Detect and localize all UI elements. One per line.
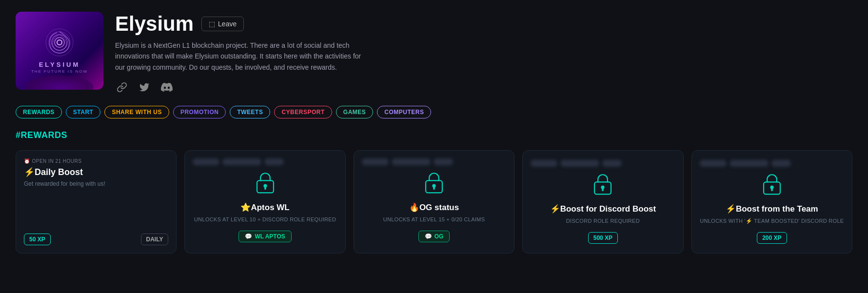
blurred-pill <box>771 160 791 167</box>
logo-planet-decoration <box>25 75 94 90</box>
section-title: #REWARDS <box>16 130 852 140</box>
blurred-pill <box>700 160 727 167</box>
blurred-top <box>531 160 675 167</box>
xp-badge: 200 XP <box>757 232 787 244</box>
page-container: ELYSIUM THE FUTURE IS NOW Elysium ⬚ Leav… <box>0 0 868 265</box>
blurred-pill <box>264 158 284 165</box>
card-subtitle: UNLOCKS AT LEVEL 15 + 0/20 CLAIMS <box>383 215 485 224</box>
card-subtitle: DISCORD ROLE REQUIRED <box>566 217 640 225</box>
clock-icon: ⏰ <box>24 158 30 164</box>
lock-icon-area <box>422 170 446 196</box>
leave-icon: ⬚ <box>209 20 215 28</box>
cards-row: ⏰ OPEN IN 21 HOURS ⚡Daily Boost Get rewa… <box>16 150 852 254</box>
tag-computers[interactable]: COMPUTERS <box>377 106 431 118</box>
tag-start[interactable]: START <box>66 106 101 118</box>
discord-badge-icon: 💬 <box>425 233 432 240</box>
blurred-top <box>700 160 844 167</box>
leave-button[interactable]: ⬚ Leave <box>201 17 244 31</box>
blurred-pill <box>531 160 557 167</box>
tag-cybersport[interactable]: CYBERSPORT <box>274 106 332 118</box>
card-bottom: 50 XP DAILY <box>24 234 168 245</box>
tag-rewards[interactable]: REWARDS <box>16 106 62 118</box>
blurred-top <box>193 158 337 165</box>
lock-svg-icon <box>591 172 615 196</box>
role-label: WL APTOS <box>255 233 285 240</box>
card-title: ⚡Boost for Discord Boost <box>550 204 656 214</box>
header-section: ELYSIUM THE FUTURE IS NOW Elysium ⬚ Leav… <box>16 12 852 94</box>
logo-tagline: THE FUTURE IS NOW <box>31 69 88 74</box>
tag-promotion[interactable]: PROMOTION <box>173 106 226 118</box>
card-title: ⭐Aptos WL <box>240 202 289 213</box>
leave-label: Leave <box>218 20 237 28</box>
card-open-label: ⏰ OPEN IN 21 HOURS <box>24 158 168 164</box>
lock-icon-area <box>253 170 277 196</box>
card-title: 🔥OG status <box>409 202 459 213</box>
project-title: Elysium <box>115 14 194 34</box>
svg-point-4 <box>57 40 62 45</box>
reward-card-daily-boost[interactable]: ⏰ OPEN IN 21 HOURS ⚡Daily Boost Get rewa… <box>16 150 177 254</box>
svg-point-3 <box>55 38 64 47</box>
project-logo: ELYSIUM THE FUTURE IS NOW <box>16 12 103 90</box>
card-title: ⚡Boost from the Team <box>726 204 818 214</box>
lock-icon-area <box>760 172 784 198</box>
reward-card-boost-discord[interactable]: ⚡Boost for Discord Boost DISCORD ROLE RE… <box>522 150 683 254</box>
tag-share-with-us[interactable]: SHARE WITH US <box>104 106 169 118</box>
svg-rect-16 <box>771 188 773 191</box>
blurred-top <box>362 158 506 165</box>
blurred-pill <box>602 160 622 167</box>
daily-badge: DAILY <box>141 234 169 245</box>
lock-icon-area <box>591 172 615 198</box>
blurred-pill <box>362 158 389 165</box>
header-info: Elysium ⬚ Leave Elysium is a NextGen L1 … <box>115 12 852 94</box>
tags-section: REWARDSSTARTSHARE WITH USPROMOTIONTWEETS… <box>16 106 852 118</box>
role-badge[interactable]: 💬 WL APTOS <box>238 231 291 242</box>
lock-svg-icon <box>760 172 784 196</box>
social-links <box>115 80 852 94</box>
header-top: Elysium ⬚ Leave <box>115 14 852 34</box>
svg-rect-10 <box>433 187 435 190</box>
role-badge[interactable]: 💬 OG <box>418 231 450 242</box>
tag-tweets[interactable]: TWEETS <box>230 106 270 118</box>
role-label: OG <box>434 233 444 240</box>
discord-icon[interactable] <box>160 80 174 94</box>
xp-badge: 50 XP <box>24 234 51 245</box>
logo-spiral-icon <box>45 28 74 57</box>
xp-badge: 500 XP <box>588 232 618 244</box>
logo-brand-name: ELYSIUM <box>39 61 80 68</box>
blurred-pill <box>222 158 261 165</box>
reward-card-boost-team[interactable]: ⚡Boost from the Team UNLOCKS WITH '⚡ TEA… <box>691 150 852 254</box>
blurred-pill <box>434 158 453 165</box>
reward-card-og-status[interactable]: 🔥OG status UNLOCKS AT LEVEL 15 + 0/20 CL… <box>354 150 514 254</box>
lock-svg-icon <box>422 170 446 195</box>
reward-card-aptos-wl[interactable]: ⭐Aptos WL UNLOCKS AT LEVEL 10 + DISCORD … <box>184 150 345 254</box>
blurred-pill <box>193 158 219 165</box>
twitter-icon[interactable] <box>138 80 151 94</box>
svg-rect-13 <box>602 188 604 191</box>
card-title: ⚡Daily Boost <box>24 167 168 177</box>
blurred-pill <box>392 158 431 165</box>
blurred-pill <box>730 160 769 167</box>
card-subtitle: UNLOCKS WITH '⚡ TEAM BOOSTED' DISCORD RO… <box>700 217 844 225</box>
blurred-pill <box>560 160 599 167</box>
lock-svg-icon <box>253 170 277 195</box>
link-icon[interactable] <box>115 80 129 94</box>
tag-games[interactable]: GAMES <box>336 106 374 118</box>
card-subtitle: UNLOCKS AT LEVEL 10 + DISCORD ROLE REQUI… <box>194 215 336 224</box>
card-subtitle: Get rewarded for being with us! <box>24 180 168 187</box>
svg-rect-7 <box>264 187 266 190</box>
project-description: Elysium is a NextGen L1 blockchain proje… <box>115 40 369 73</box>
discord-badge-icon: 💬 <box>245 233 252 240</box>
